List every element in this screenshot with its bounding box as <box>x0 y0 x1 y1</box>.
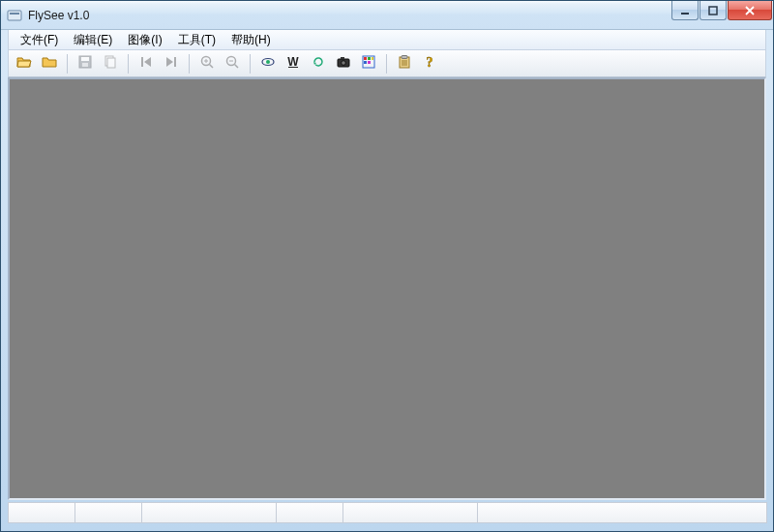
toolbar-separator <box>250 54 251 74</box>
paste-button[interactable] <box>393 52 416 75</box>
app-window: FlySee v1.0 文件(F) 编辑(E) 图像(I) 工具(T) 帮助(H… <box>0 0 774 532</box>
save-icon <box>77 54 93 73</box>
titlebar: FlySee v1.0 <box>1 1 773 30</box>
svg-rect-6 <box>82 63 88 67</box>
close-button[interactable] <box>728 1 772 20</box>
folder-icon <box>42 54 57 73</box>
svg-rect-2 <box>681 13 689 15</box>
arrow-prev-icon <box>138 54 154 73</box>
svg-rect-10 <box>174 57 176 67</box>
svg-rect-5 <box>81 57 89 61</box>
window-buttons <box>670 1 773 20</box>
status-pane-2 <box>74 502 142 523</box>
svg-point-23 <box>342 61 346 66</box>
menu-image[interactable]: 图像(I) <box>120 30 169 50</box>
zoom-out-button[interactable] <box>221 52 244 75</box>
copy-icon <box>103 54 118 73</box>
svg-line-16 <box>235 65 239 69</box>
status-pane-4 <box>276 502 343 523</box>
menubar: 文件(F) 编辑(E) 图像(I) 工具(T) 帮助(H) <box>8 30 766 50</box>
help-icon: ? <box>422 54 437 73</box>
toolbar: W ? <box>8 50 766 77</box>
rotate-button[interactable] <box>307 52 330 75</box>
svg-line-12 <box>210 65 214 69</box>
save-button[interactable] <box>74 52 97 75</box>
grid-icon <box>361 54 376 73</box>
eye-icon <box>260 54 276 73</box>
w-icon: W <box>285 54 301 73</box>
status-pane-5 <box>342 502 478 523</box>
toolbar-separator <box>189 54 190 74</box>
svg-rect-28 <box>372 57 373 60</box>
menu-edit[interactable]: 编辑(E) <box>66 30 120 50</box>
folder-open-icon <box>16 54 32 73</box>
toolbar-separator <box>67 54 68 74</box>
window-title: FlySee v1.0 <box>28 9 670 22</box>
svg-rect-30 <box>368 61 371 64</box>
svg-rect-0 <box>8 11 21 20</box>
prev-button[interactable] <box>134 52 158 75</box>
status-pane-6 <box>477 502 767 523</box>
rotate-icon <box>311 54 326 73</box>
toolbar-separator <box>128 54 129 74</box>
arrow-next-icon <box>164 54 179 73</box>
minimize-button[interactable] <box>671 1 699 20</box>
view-button[interactable] <box>256 52 280 75</box>
canvas-area <box>8 77 766 500</box>
zoom-out-icon <box>224 54 240 73</box>
svg-rect-26 <box>364 57 367 60</box>
maximize-button[interactable] <box>700 1 727 20</box>
grid-button[interactable] <box>357 52 380 75</box>
svg-rect-24 <box>341 57 344 59</box>
help-button[interactable]: ? <box>418 52 441 75</box>
window-frame: 文件(F) 编辑(E) 图像(I) 工具(T) 帮助(H) <box>1 30 773 531</box>
svg-rect-1 <box>10 13 19 15</box>
svg-text:W: W <box>287 55 299 69</box>
camera-icon <box>336 54 351 73</box>
svg-text:?: ? <box>427 55 433 70</box>
wide-button[interactable]: W <box>282 52 305 75</box>
next-button[interactable] <box>160 52 183 75</box>
menu-tools[interactable]: 工具(T) <box>170 30 223 50</box>
svg-rect-3 <box>709 7 717 15</box>
copy-button[interactable] <box>99 52 122 75</box>
zoom-in-button[interactable] <box>195 52 219 75</box>
clipboard-icon <box>397 54 412 73</box>
svg-point-19 <box>266 60 270 64</box>
toolbar-separator <box>386 54 387 74</box>
svg-rect-32 <box>402 56 407 59</box>
open-button[interactable] <box>13 52 36 75</box>
svg-rect-29 <box>364 61 367 64</box>
camera-button[interactable] <box>332 52 355 75</box>
statusbar <box>8 502 766 525</box>
status-pane-3 <box>141 502 277 523</box>
svg-rect-9 <box>141 57 143 67</box>
menu-file[interactable]: 文件(F) <box>13 30 66 50</box>
svg-rect-8 <box>107 58 115 68</box>
svg-rect-27 <box>368 57 371 60</box>
open-folder-button[interactable] <box>38 52 61 75</box>
menu-help[interactable]: 帮助(H) <box>223 30 279 50</box>
app-icon <box>7 8 22 23</box>
status-pane-1 <box>8 502 75 523</box>
zoom-in-icon <box>199 54 215 73</box>
